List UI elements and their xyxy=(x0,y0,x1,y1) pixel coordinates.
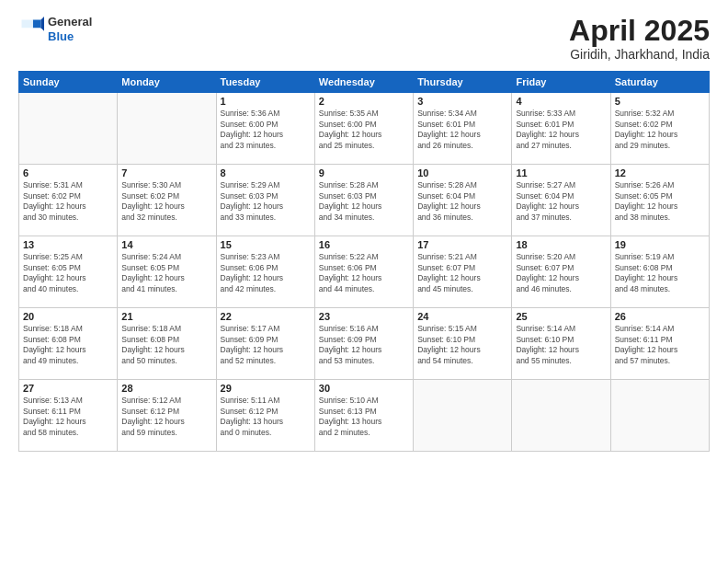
day-number: 12 xyxy=(615,167,705,178)
day-cell: 14Sunrise: 5:24 AM Sunset: 6:05 PM Dayli… xyxy=(118,236,216,308)
day-info: Sunrise: 5:26 AM Sunset: 6:05 PM Dayligh… xyxy=(615,180,705,223)
day-cell: 25Sunrise: 5:14 AM Sunset: 6:10 PM Dayli… xyxy=(512,308,610,380)
day-info: Sunrise: 5:18 AM Sunset: 6:08 PM Dayligh… xyxy=(23,324,113,366)
day-cell xyxy=(118,93,216,165)
day-number: 6 xyxy=(23,167,113,178)
day-info: Sunrise: 5:28 AM Sunset: 6:04 PM Dayligh… xyxy=(417,180,507,223)
day-cell: 4Sunrise: 5:33 AM Sunset: 6:01 PM Daylig… xyxy=(512,93,610,165)
day-number: 2 xyxy=(319,96,409,107)
svg-rect-2 xyxy=(22,19,33,28)
day-cell: 12Sunrise: 5:26 AM Sunset: 6:05 PM Dayli… xyxy=(610,165,709,236)
day-cell xyxy=(414,380,512,452)
logo: General Blue xyxy=(18,15,92,43)
day-number: 11 xyxy=(516,167,606,178)
day-cell: 16Sunrise: 5:22 AM Sunset: 6:06 PM Dayli… xyxy=(314,236,413,308)
weekday-saturday: Saturday xyxy=(610,72,709,93)
day-cell: 20Sunrise: 5:18 AM Sunset: 6:08 PM Dayli… xyxy=(19,308,118,380)
day-cell: 9Sunrise: 5:28 AM Sunset: 6:03 PM Daylig… xyxy=(314,165,413,236)
day-info: Sunrise: 5:22 AM Sunset: 6:06 PM Dayligh… xyxy=(319,252,409,294)
day-cell: 8Sunrise: 5:29 AM Sunset: 6:03 PM Daylig… xyxy=(216,165,314,236)
day-info: Sunrise: 5:18 AM Sunset: 6:08 PM Dayligh… xyxy=(121,324,211,366)
day-number: 3 xyxy=(417,96,507,107)
day-cell: 15Sunrise: 5:23 AM Sunset: 6:06 PM Dayli… xyxy=(216,236,314,308)
day-info: Sunrise: 5:13 AM Sunset: 6:11 PM Dayligh… xyxy=(23,396,113,438)
weekday-friday: Friday xyxy=(512,72,610,93)
day-number: 5 xyxy=(615,96,705,107)
day-info: Sunrise: 5:14 AM Sunset: 6:11 PM Dayligh… xyxy=(615,324,705,366)
week-row-3: 13Sunrise: 5:25 AM Sunset: 6:05 PM Dayli… xyxy=(19,236,710,308)
day-cell: 28Sunrise: 5:12 AM Sunset: 6:12 PM Dayli… xyxy=(118,380,216,452)
week-row-4: 20Sunrise: 5:18 AM Sunset: 6:08 PM Dayli… xyxy=(19,308,710,380)
day-info: Sunrise: 5:14 AM Sunset: 6:10 PM Dayligh… xyxy=(516,324,606,366)
day-number: 17 xyxy=(417,239,507,250)
day-cell: 7Sunrise: 5:30 AM Sunset: 6:02 PM Daylig… xyxy=(118,165,216,236)
day-cell: 21Sunrise: 5:18 AM Sunset: 6:08 PM Dayli… xyxy=(118,308,216,380)
day-number: 30 xyxy=(319,383,409,394)
day-cell: 26Sunrise: 5:14 AM Sunset: 6:11 PM Dayli… xyxy=(610,308,709,380)
day-info: Sunrise: 5:35 AM Sunset: 6:00 PM Dayligh… xyxy=(319,109,409,151)
logo-text: General Blue xyxy=(48,15,92,43)
day-info: Sunrise: 5:16 AM Sunset: 6:09 PM Dayligh… xyxy=(319,324,409,366)
day-cell: 17Sunrise: 5:21 AM Sunset: 6:07 PM Dayli… xyxy=(414,236,512,308)
day-info: Sunrise: 5:15 AM Sunset: 6:10 PM Dayligh… xyxy=(417,324,507,366)
day-info: Sunrise: 5:24 AM Sunset: 6:05 PM Dayligh… xyxy=(121,252,211,294)
day-number: 28 xyxy=(121,383,211,394)
week-row-5: 27Sunrise: 5:13 AM Sunset: 6:11 PM Dayli… xyxy=(19,380,710,452)
day-cell: 19Sunrise: 5:19 AM Sunset: 6:08 PM Dayli… xyxy=(610,236,709,308)
day-cell: 10Sunrise: 5:28 AM Sunset: 6:04 PM Dayli… xyxy=(414,165,512,236)
day-info: Sunrise: 5:23 AM Sunset: 6:06 PM Dayligh… xyxy=(221,252,311,294)
weekday-monday: Monday xyxy=(118,72,216,93)
day-info: Sunrise: 5:10 AM Sunset: 6:13 PM Dayligh… xyxy=(319,396,409,438)
day-info: Sunrise: 5:11 AM Sunset: 6:12 PM Dayligh… xyxy=(221,396,311,438)
day-number: 9 xyxy=(319,167,409,178)
day-cell xyxy=(512,380,610,452)
day-cell: 1Sunrise: 5:36 AM Sunset: 6:00 PM Daylig… xyxy=(216,93,314,165)
day-number: 13 xyxy=(23,239,113,250)
day-cell: 13Sunrise: 5:25 AM Sunset: 6:05 PM Dayli… xyxy=(19,236,118,308)
calendar-title: April 2025 xyxy=(569,15,710,47)
day-number: 23 xyxy=(319,311,409,322)
logo-icon xyxy=(18,17,44,42)
day-info: Sunrise: 5:30 AM Sunset: 6:02 PM Dayligh… xyxy=(121,180,211,223)
day-number: 24 xyxy=(417,311,507,322)
day-number: 21 xyxy=(121,311,211,322)
weekday-wednesday: Wednesday xyxy=(314,72,413,93)
day-number: 25 xyxy=(516,311,606,322)
day-info: Sunrise: 5:32 AM Sunset: 6:02 PM Dayligh… xyxy=(615,109,705,151)
title-section: April 2025 Giridih, Jharkhand, India xyxy=(569,15,710,62)
day-cell: 3Sunrise: 5:34 AM Sunset: 6:01 PM Daylig… xyxy=(414,93,512,165)
day-info: Sunrise: 5:31 AM Sunset: 6:02 PM Dayligh… xyxy=(23,180,113,223)
weekday-header-row: SundayMondayTuesdayWednesdayThursdayFrid… xyxy=(19,72,710,93)
calendar-table: SundayMondayTuesdayWednesdayThursdayFrid… xyxy=(18,71,710,452)
day-number: 19 xyxy=(615,239,705,250)
calendar-subtitle: Giridih, Jharkhand, India xyxy=(569,47,710,62)
day-info: Sunrise: 5:25 AM Sunset: 6:05 PM Dayligh… xyxy=(23,252,113,294)
day-cell: 24Sunrise: 5:15 AM Sunset: 6:10 PM Dayli… xyxy=(414,308,512,380)
day-number: 15 xyxy=(221,239,311,250)
day-number: 29 xyxy=(221,383,311,394)
day-number: 8 xyxy=(221,167,311,178)
day-cell: 18Sunrise: 5:20 AM Sunset: 6:07 PM Dayli… xyxy=(512,236,610,308)
day-cell: 2Sunrise: 5:35 AM Sunset: 6:00 PM Daylig… xyxy=(314,93,413,165)
week-row-2: 6Sunrise: 5:31 AM Sunset: 6:02 PM Daylig… xyxy=(19,165,710,236)
day-info: Sunrise: 5:29 AM Sunset: 6:03 PM Dayligh… xyxy=(221,180,311,223)
day-cell: 6Sunrise: 5:31 AM Sunset: 6:02 PM Daylig… xyxy=(19,165,118,236)
day-number: 18 xyxy=(516,239,606,250)
day-cell xyxy=(19,93,118,165)
day-number: 14 xyxy=(121,239,211,250)
day-info: Sunrise: 5:12 AM Sunset: 6:12 PM Dayligh… xyxy=(121,396,211,438)
day-info: Sunrise: 5:19 AM Sunset: 6:08 PM Dayligh… xyxy=(615,252,705,294)
svg-marker-1 xyxy=(41,17,45,31)
day-number: 1 xyxy=(221,96,311,107)
weekday-tuesday: Tuesday xyxy=(216,72,314,93)
day-number: 20 xyxy=(23,311,113,322)
day-info: Sunrise: 5:27 AM Sunset: 6:04 PM Dayligh… xyxy=(516,180,606,223)
day-number: 27 xyxy=(23,383,113,394)
day-cell: 27Sunrise: 5:13 AM Sunset: 6:11 PM Dayli… xyxy=(19,380,118,452)
day-info: Sunrise: 5:33 AM Sunset: 6:01 PM Dayligh… xyxy=(516,109,606,151)
logo-blue: Blue xyxy=(48,29,92,44)
page-header: General Blue April 2025 Giridih, Jharkha… xyxy=(18,15,710,62)
day-number: 26 xyxy=(615,311,705,322)
day-cell: 30Sunrise: 5:10 AM Sunset: 6:13 PM Dayli… xyxy=(314,380,413,452)
day-number: 7 xyxy=(121,167,211,178)
